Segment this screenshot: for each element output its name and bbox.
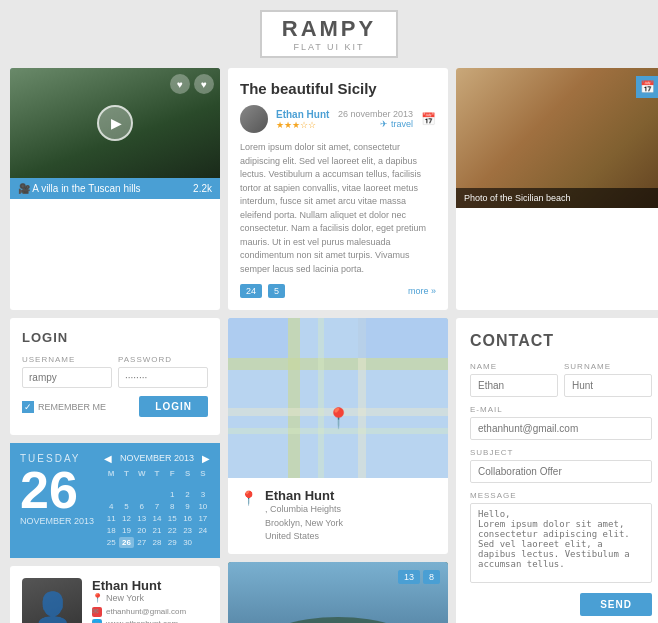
contact-surname-input[interactable] — [564, 374, 652, 397]
remember-row: ✓ REMEMBER ME LOGIN — [22, 396, 208, 417]
relaxing-image: 13 8 📷 Relaxing in my favorite place — [228, 562, 448, 624]
svg-marker-7 — [228, 318, 288, 358]
contact-title: CONTACT — [470, 332, 652, 350]
cal-next[interactable]: ▶ — [202, 453, 210, 464]
send-button[interactable]: SEND — [580, 593, 652, 616]
login-form-row: USERNAME PASSWORD — [22, 355, 208, 388]
username-input[interactable] — [22, 367, 112, 388]
contact-name-input[interactable] — [470, 374, 558, 397]
blog-date: 26 november 2013 — [338, 109, 413, 119]
contact-message-textarea[interactable] — [470, 503, 652, 583]
heart-icon-2[interactable]: ♥ — [194, 74, 214, 94]
login-button[interactable]: LOGIN — [139, 396, 208, 417]
login-card: LOGIN USERNAME PASSWORD ✓ REMEMBER ME LO… — [10, 318, 220, 435]
cal-prev[interactable]: ◀ — [104, 453, 112, 464]
beach-calendar-icon: 📅 — [636, 76, 658, 98]
map-name: Ethan Hunt — [265, 488, 343, 503]
website-icon: 🌐 — [92, 619, 102, 623]
contact-subject-group: SUBJECT — [470, 448, 652, 483]
cal-left: TUESDAY 26 NOVEMBER 2013 — [20, 453, 94, 548]
blog-author[interactable]: Ethan Hunt — [276, 109, 329, 120]
cal-h-m: M — [104, 468, 118, 479]
password-label: PASSWORD — [118, 355, 208, 364]
blog-more[interactable]: more » — [408, 286, 436, 296]
heart-icons: ♥ ♥ — [170, 74, 214, 94]
svg-rect-2 — [288, 318, 300, 478]
blog-meta: Ethan Hunt ★★★☆☆ 26 november 2013 ✈ trav… — [240, 105, 436, 133]
contact-name-label: NAME — [470, 362, 558, 371]
calendar-inner: TUESDAY 26 NOVEMBER 2013 ◀ NOVEMBER 2013… — [20, 453, 210, 548]
contact-name-group: NAME — [470, 362, 558, 397]
header: RAMPY FLAT UI KIT — [10, 10, 648, 58]
profile-email: ✉ ethanhunt@gmail.com — [92, 607, 208, 617]
email-icon: ✉ — [92, 607, 102, 617]
password-input[interactable] — [118, 367, 208, 388]
video-thumbnail: ♥ ♥ — [10, 68, 220, 178]
contact-surname-group: SURNAME — [564, 362, 652, 397]
cal-header-row: ◀ NOVEMBER 2013 ▶ — [104, 453, 210, 464]
cal-today[interactable]: 26 — [119, 537, 133, 548]
cal-h-t2: T — [150, 468, 164, 479]
profile-links: ✉ ethanhunt@gmail.com 🌐 www.ethanhunt.co… — [92, 607, 208, 623]
cal-mini: ◀ NOVEMBER 2013 ▶ M T W T F S S — [104, 453, 210, 548]
contact-message-group: MESSAGE — [470, 491, 652, 587]
cal-h-f: F — [165, 468, 179, 479]
cal-month: NOVEMBER 2013 — [20, 516, 94, 526]
contact-email-group: E-MAIL — [470, 405, 652, 440]
map-area: 📍 — [228, 318, 448, 478]
contact-card: CONTACT NAME SURNAME E-MAIL SUBJECT — [456, 318, 658, 623]
blog-text: Lorem ipsum dolor sit amet, consectetur … — [240, 141, 436, 276]
profile-location: 📍 New York — [92, 593, 208, 603]
map-pin: 📍 — [326, 406, 351, 430]
bubble-1: 13 — [398, 570, 420, 584]
username-group: USERNAME — [22, 355, 112, 388]
blog-stars: ★★★☆☆ — [276, 120, 329, 130]
count-bubbles: 13 8 — [398, 570, 440, 584]
password-group: PASSWORD — [118, 355, 208, 388]
profile-name: Ethan Hunt — [92, 578, 208, 593]
remember-label[interactable]: ✓ REMEMBER ME — [22, 401, 106, 413]
location-pin-icon: 📍 — [92, 593, 103, 603]
profile-avatar — [22, 578, 82, 623]
username-label: USERNAME — [22, 355, 112, 364]
blog-title: The beautiful Sicily — [240, 80, 436, 97]
blog-counts: 24 5 — [240, 284, 285, 298]
heart-icon-1[interactable]: ♥ — [170, 74, 190, 94]
relaxing-card: 13 8 📷 Relaxing in my favorite place — [228, 562, 448, 624]
map-roads-svg — [228, 318, 448, 478]
video-views: 2.2k — [193, 183, 212, 194]
left-col-bottom: TUESDAY 26 NOVEMBER 2013 ◀ NOVEMBER 2013… — [10, 443, 220, 623]
contact-message-label: MESSAGE — [470, 491, 652, 500]
cal-h-s: S — [180, 468, 194, 479]
svg-rect-6 — [318, 318, 324, 478]
cal-h-s2: S — [196, 468, 210, 479]
contact-email-input[interactable] — [470, 417, 652, 440]
logo-title: RAMPY — [282, 16, 376, 42]
blog-avatar — [240, 105, 268, 133]
video-camera-icon: 🎥 A villa in the Tuscan hills — [18, 183, 141, 194]
play-button[interactable] — [97, 105, 133, 141]
map-card: 📍 📍 Ethan Hunt , Columbia Heights Brookl… — [228, 318, 448, 554]
beach-card: 📅 Photo of the Sicilian beach — [456, 68, 658, 310]
profile-website[interactable]: 🌐 www.ethanhunt.com — [92, 619, 208, 623]
contact-subject-input[interactable] — [470, 460, 652, 483]
cal-h-t: T — [119, 468, 133, 479]
blog-footer: 24 5 more » — [240, 284, 436, 298]
remember-checkbox[interactable]: ✓ — [22, 401, 34, 413]
video-card: ♥ ♥ 🎥 A villa in the Tuscan hills 2.2k — [10, 68, 220, 310]
profile-info: Ethan Hunt 📍 New York ✉ ethanhunt@gmail.… — [92, 578, 208, 623]
beach-caption: Photo of the Sicilian beach — [456, 188, 658, 208]
cal-day-num: 26 — [20, 464, 94, 516]
count-badge-2: 5 — [268, 284, 285, 298]
calendar-card: TUESDAY 26 NOVEMBER 2013 ◀ NOVEMBER 2013… — [10, 443, 220, 558]
cal-days: 123 45678910 11121314151617 181920212223… — [104, 489, 210, 548]
logo-box: RAMPY FLAT UI KIT — [260, 10, 398, 58]
contact-name-row: NAME SURNAME — [470, 362, 652, 397]
video-footer: 🎥 A villa in the Tuscan hills 2.2k — [10, 178, 220, 199]
map-info: 📍 Ethan Hunt , Columbia Heights Brooklyn… — [228, 478, 448, 554]
cal-month-title: NOVEMBER 2013 — [120, 453, 194, 463]
logo-sub: FLAT UI KIT — [282, 42, 376, 52]
profile-card: Ethan Hunt 📍 New York ✉ ethanhunt@gmail.… — [10, 566, 220, 623]
calendar-icon: 📅 — [421, 112, 436, 126]
blog-card: The beautiful Sicily Ethan Hunt ★★★☆☆ 26… — [228, 68, 448, 310]
